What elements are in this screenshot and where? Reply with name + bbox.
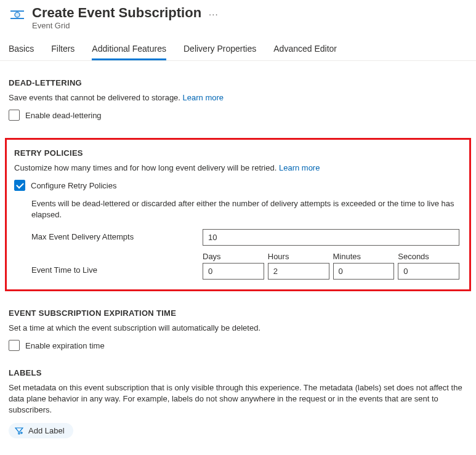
max-attempts-label: Max Event Delivery Attempts [31, 229, 198, 246]
ttl-hours-input[interactable] [268, 263, 329, 280]
dead-lettering-header: DEAD-LETTERING [9, 78, 467, 87]
enable-expiration-label: Enable expiration time [25, 341, 105, 350]
expiration-header: EVENT SUBSCRIPTION EXPIRATION TIME [9, 308, 467, 318]
labels-section: LABELS Set metadata on this event subscr… [9, 368, 467, 438]
event-grid-icon [9, 6, 26, 23]
expiration-desc: Set a time at which the event subscripti… [9, 323, 467, 334]
svg-rect-1 [10, 18, 24, 19]
retry-policies-header: RETRY POLICIES [14, 148, 459, 158]
retry-policies-section: RETRY POLICIES Customize how many times … [5, 138, 471, 291]
enable-expiration-checkbox[interactable] [9, 340, 20, 351]
svg-point-2 [15, 12, 20, 17]
page-title: Create Event Subscription [32, 5, 201, 21]
add-label-text: Add Label [28, 426, 65, 435]
ttl-minutes-label: Minutes [333, 252, 395, 261]
ttl-seconds-input[interactable] [398, 263, 459, 280]
ttl-days-label: Days [203, 252, 264, 261]
dead-lettering-section: DEAD-LETTERING Save events that cannot b… [9, 78, 467, 121]
add-label-button[interactable]: Add Label [9, 423, 73, 438]
expiration-section: EVENT SUBSCRIPTION EXPIRATION TIME Set a… [9, 308, 467, 351]
dead-lettering-desc: Save events that cannot be delivered to … [9, 92, 467, 103]
page-subtitle: Event Grid [32, 21, 467, 30]
enable-dead-lettering-label: Enable dead-lettering [25, 111, 102, 120]
ttl-seconds-label: Seconds [398, 252, 459, 261]
retry-note: Events will be dead-lettered or discarde… [31, 198, 459, 220]
retry-policies-desc-text: Customize how many times and for how lon… [14, 163, 276, 172]
ttl-days-input[interactable] [203, 263, 264, 280]
max-attempts-input[interactable] [203, 229, 459, 246]
retry-policies-desc: Customize how many times and for how lon… [14, 163, 459, 174]
filter-add-icon [15, 427, 23, 435]
svg-rect-0 [10, 10, 24, 12]
ttl-hours-label: Hours [268, 252, 329, 261]
ttl-minutes-input[interactable] [333, 263, 395, 280]
ttl-label: Event Time to Live [31, 252, 198, 280]
tab-filters[interactable]: Filters [51, 44, 75, 60]
enable-dead-lettering-checkbox[interactable] [9, 110, 20, 121]
dead-lettering-desc-text: Save events that cannot be delivered to … [9, 93, 180, 102]
tab-additional-features[interactable]: Additional Features [92, 44, 166, 60]
tab-basics[interactable]: Basics [9, 44, 34, 60]
configure-retry-checkbox[interactable] [14, 180, 25, 191]
labels-header: LABELS [9, 368, 467, 377]
page-header: Create Event Subscription ··· Event Grid [0, 0, 476, 33]
configure-retry-label: Configure Retry Policies [31, 181, 116, 190]
tab-bar: Basics Filters Additional Features Deliv… [0, 33, 476, 61]
retry-policies-learn-more-link[interactable]: Learn more [279, 163, 320, 172]
labels-desc: Set metadata on this event subscription … [9, 382, 467, 416]
tab-advanced-editor[interactable]: Advanced Editor [273, 44, 337, 60]
tab-delivery-properties[interactable]: Delivery Properties [184, 44, 256, 60]
more-actions-button[interactable]: ··· [205, 9, 222, 19]
dead-lettering-learn-more-link[interactable]: Learn more [183, 93, 224, 102]
